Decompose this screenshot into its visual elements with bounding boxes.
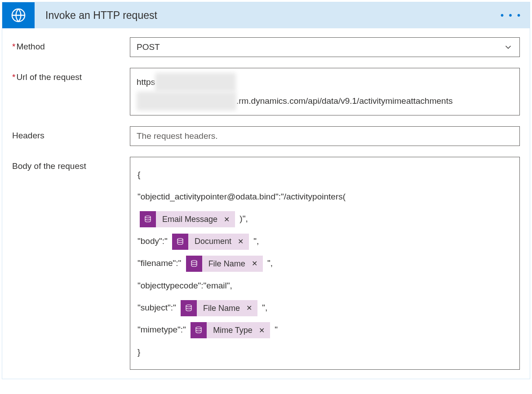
- redacted-text: _____________________: [137, 92, 236, 111]
- body-text: "objectid_activitypointer@odata.bind":"/…: [137, 192, 346, 201]
- token-remove-icon[interactable]: ✕: [250, 254, 263, 273]
- body-row: Body of the request { "objectid_activity…: [12, 157, 520, 370]
- token-remove-icon[interactable]: ✕: [257, 321, 270, 340]
- card-title: Invoke an HTTP request: [35, 9, 501, 22]
- database-icon: [172, 234, 188, 250]
- token-mime-type[interactable]: Mime Type ✕: [191, 322, 270, 338]
- token-label: Mime Type: [207, 320, 257, 341]
- url-row: Url of the request https________________…: [12, 68, 520, 115]
- svg-point-1: [145, 216, 151, 218]
- body-input[interactable]: { "objectid_activitypointer@odata.bind":…: [130, 157, 520, 370]
- card-body: Method POST Url of the request https____…: [2, 28, 530, 379]
- token-label: File Name: [197, 298, 244, 319]
- headers-placeholder: The request headers.: [137, 131, 218, 141]
- token-label: File Name: [202, 253, 250, 274]
- url-input[interactable]: https_________________ _________________…: [130, 68, 520, 115]
- token-file-name[interactable]: File Name ✕: [181, 300, 257, 316]
- body-text: ",: [267, 258, 273, 268]
- body-text: "subject":": [137, 303, 176, 312]
- token-label: Email Message: [156, 209, 222, 230]
- body-text: ",: [253, 236, 259, 246]
- svg-point-5: [196, 327, 201, 329]
- token-remove-icon[interactable]: ✕: [222, 210, 235, 229]
- redacted-text: _________________: [155, 73, 236, 92]
- body-text: ": [275, 325, 278, 334]
- database-icon: [140, 211, 156, 227]
- body-text: "mimetype":": [137, 325, 186, 334]
- url-prefix: https: [137, 77, 155, 87]
- body-close-brace: }: [137, 341, 512, 363]
- url-label: Url of the request: [12, 68, 130, 82]
- body-text: "objecttypecode":"email",: [137, 274, 512, 297]
- body-open-brace: {: [137, 164, 512, 186]
- card-header[interactable]: Invoke an HTTP request • • •: [2, 2, 530, 28]
- database-icon: [181, 300, 197, 316]
- body-text: "filename":": [137, 258, 181, 268]
- token-document[interactable]: Document ✕: [172, 234, 249, 250]
- svg-point-2: [177, 238, 183, 240]
- method-select[interactable]: POST: [130, 37, 520, 57]
- database-icon: [186, 256, 202, 272]
- svg-point-3: [191, 261, 197, 263]
- database-icon: [191, 322, 207, 338]
- token-remove-icon[interactable]: ✕: [244, 299, 257, 318]
- token-remove-icon[interactable]: ✕: [236, 232, 249, 251]
- method-row: Method POST: [12, 37, 520, 57]
- body-label: Body of the request: [12, 157, 130, 171]
- headers-label: Headers: [12, 126, 130, 141]
- headers-input[interactable]: The request headers.: [130, 126, 520, 146]
- token-file-name[interactable]: File Name ✕: [186, 256, 263, 272]
- body-text: )",: [239, 214, 248, 223]
- method-value: POST: [137, 42, 160, 52]
- body-text: "body":": [137, 236, 168, 246]
- card-menu-button[interactable]: • • •: [501, 10, 522, 21]
- token-email-message[interactable]: Email Message ✕: [140, 211, 235, 227]
- token-label: Document: [188, 231, 236, 252]
- method-label: Method: [12, 37, 130, 52]
- headers-row: Headers The request headers.: [12, 126, 520, 146]
- http-icon: [2, 2, 35, 28]
- action-card: Invoke an HTTP request • • • Method POST…: [2, 2, 530, 379]
- chevron-down-icon: [503, 42, 513, 52]
- url-suffix: .rm.dynamics.com/api/data/v9.1/activitym…: [236, 96, 453, 106]
- svg-point-4: [186, 305, 191, 307]
- body-text: ",: [262, 303, 267, 312]
